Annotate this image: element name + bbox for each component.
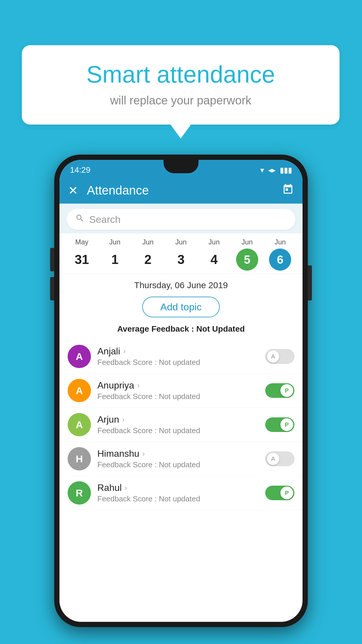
- feedback-score: Feedback Score : Not updated: [97, 358, 259, 367]
- calendar-day[interactable]: Jun6: [267, 238, 293, 271]
- student-name: Anupriya ›: [97, 380, 259, 391]
- phone-body: 14:29 ▾ ◂▸ ▮▮▮ ✕ Attendance: [54, 155, 308, 627]
- cal-month-label: Jun: [275, 238, 286, 246]
- toggle-knob: A: [267, 452, 280, 465]
- search-container: Search: [59, 204, 303, 233]
- header-title: Attendance: [87, 183, 273, 197]
- calendar-day[interactable]: Jun1: [102, 238, 128, 271]
- cal-month-label: Jun: [109, 238, 121, 246]
- status-time: 14:29: [70, 165, 90, 175]
- calendar-icon[interactable]: [282, 183, 294, 198]
- avatar: A: [68, 345, 91, 368]
- toggle-knob: P: [280, 487, 293, 499]
- calendar-day[interactable]: Jun5: [234, 238, 260, 271]
- chevron-right-icon: ›: [137, 381, 140, 390]
- chevron-right-icon: ›: [122, 415, 125, 424]
- calendar-day[interactable]: Jun4: [201, 238, 227, 271]
- attendance-toggle[interactable]: A: [265, 349, 294, 364]
- wifi-icon: ▾: [260, 166, 264, 175]
- avatar: A: [68, 413, 91, 436]
- student-name: Arjun ›: [97, 414, 259, 425]
- avatar: R: [68, 481, 91, 505]
- side-button-power: [308, 265, 312, 300]
- student-info: Himanshu ›Feedback Score : Not updated: [97, 448, 259, 469]
- student-item[interactable]: AAnupriya ›Feedback Score : Not updatedP: [59, 374, 303, 408]
- app-header: ✕ Attendance: [59, 177, 303, 204]
- toggle-knob: P: [280, 418, 293, 431]
- toggle-knob: P: [280, 384, 293, 397]
- cal-date-number: 5: [236, 249, 258, 271]
- status-icons: ▾ ◂▸ ▮▮▮: [260, 166, 292, 175]
- student-info: Arjun ›Feedback Score : Not updated: [97, 414, 259, 435]
- attendance-toggle[interactable]: A: [265, 452, 294, 466]
- phone-notch: [164, 160, 198, 173]
- search-icon: [75, 214, 85, 225]
- speech-bubble: Smart attendance will replace your paper…: [22, 45, 340, 125]
- side-button-vol-down: [50, 277, 54, 300]
- cal-month-label: May: [75, 238, 88, 246]
- cal-month-label: Jun: [142, 238, 154, 246]
- avatar: H: [68, 447, 91, 470]
- avatar: A: [68, 379, 91, 402]
- student-item[interactable]: AAnjali ›Feedback Score : Not updatedA: [59, 340, 303, 374]
- student-name: Himanshu ›: [97, 448, 259, 459]
- cal-date-number: 2: [137, 249, 159, 271]
- avg-feedback-value: Not Updated: [196, 324, 245, 333]
- cal-month-label: Jun: [175, 238, 187, 246]
- student-info: Anupriya ›Feedback Score : Not updated: [97, 380, 259, 401]
- search-placeholder: Search: [89, 214, 121, 225]
- screen-content: Search May31Jun1Jun2Jun3Jun4Jun5Jun6 Thu…: [59, 204, 303, 622]
- student-name: Anjali ›: [97, 346, 259, 357]
- toggle-knob: A: [267, 350, 280, 363]
- selected-date-label: Thursday, 06 June 2019: [59, 274, 303, 294]
- student-list: AAnjali ›Feedback Score : Not updatedAAA…: [59, 340, 303, 510]
- feedback-score: Feedback Score : Not updated: [97, 460, 259, 469]
- student-item[interactable]: AArjun ›Feedback Score : Not updatedP: [59, 408, 303, 442]
- bubble-subtitle: will replace your paperwork: [39, 94, 322, 107]
- student-info: Anjali ›Feedback Score : Not updated: [97, 346, 259, 367]
- calendar-day[interactable]: Jun2: [135, 238, 161, 271]
- close-button[interactable]: ✕: [68, 184, 78, 197]
- calendar-day[interactable]: Jun3: [168, 238, 194, 271]
- calendar-day[interactable]: May31: [69, 238, 95, 271]
- add-topic-button[interactable]: Add topic: [142, 297, 220, 317]
- student-name: Rahul ›: [97, 482, 259, 493]
- chevron-right-icon: ›: [142, 449, 145, 458]
- feedback-score: Feedback Score : Not updated: [97, 392, 259, 401]
- cal-date-number: 4: [203, 249, 225, 271]
- chevron-right-icon: ›: [125, 483, 127, 492]
- cal-date-number: 3: [170, 249, 192, 271]
- student-item[interactable]: HHimanshu ›Feedback Score : Not updatedA: [59, 442, 303, 476]
- cal-month-label: Jun: [208, 238, 220, 246]
- attendance-toggle[interactable]: P: [265, 417, 294, 432]
- phone-frame: 14:29 ▾ ◂▸ ▮▮▮ ✕ Attendance: [54, 155, 308, 627]
- attendance-toggle[interactable]: P: [265, 383, 294, 398]
- cal-date-number: 31: [71, 249, 93, 271]
- phone-screen: 14:29 ▾ ◂▸ ▮▮▮ ✕ Attendance: [59, 160, 303, 622]
- student-info: Rahul ›Feedback Score : Not updated: [97, 482, 259, 503]
- cal-date-number: 6: [269, 249, 291, 271]
- side-button-vol-up: [50, 248, 54, 271]
- bubble-title: Smart attendance: [39, 61, 322, 88]
- avg-feedback-label: Average Feedback :: [117, 324, 196, 333]
- calendar-strip: May31Jun1Jun2Jun3Jun4Jun5Jun6: [59, 233, 303, 274]
- cal-month-label: Jun: [241, 238, 253, 246]
- search-bar[interactable]: Search: [66, 209, 296, 230]
- battery-icon: ▮▮▮: [280, 166, 292, 175]
- avg-feedback: Average Feedback : Not Updated: [59, 322, 303, 340]
- feedback-score: Feedback Score : Not updated: [97, 494, 259, 503]
- attendance-toggle[interactable]: P: [265, 486, 294, 500]
- cal-date-number: 1: [104, 249, 126, 271]
- chevron-right-icon: ›: [123, 347, 126, 356]
- signal-icon: ◂▸: [268, 166, 276, 175]
- student-item[interactable]: RRahul ›Feedback Score : Not updatedP: [59, 476, 303, 510]
- feedback-score: Feedback Score : Not updated: [97, 426, 259, 435]
- add-topic-container: Add topic: [59, 294, 303, 322]
